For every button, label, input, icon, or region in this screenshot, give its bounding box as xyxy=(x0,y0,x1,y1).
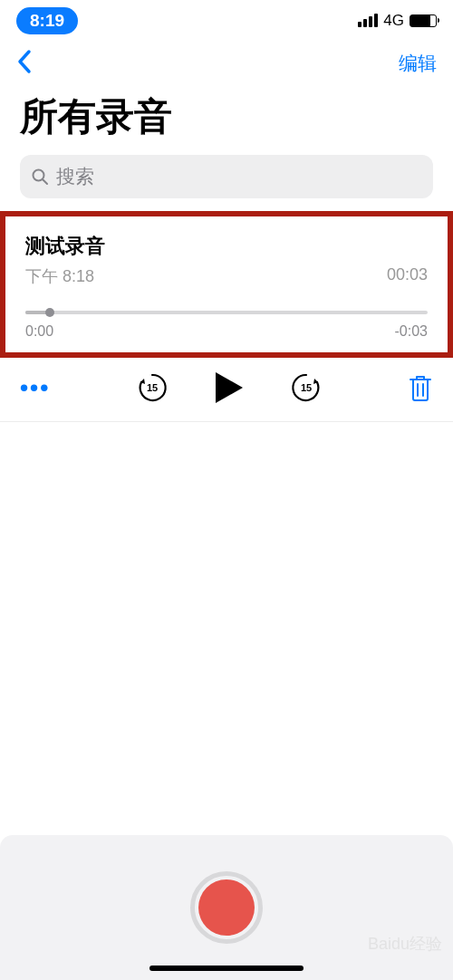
rewind-15-button[interactable]: 15 xyxy=(136,371,169,404)
search-container: 搜索 xyxy=(0,155,453,211)
rewind-15-icon: 15 xyxy=(136,371,169,404)
recording-duration: 00:03 xyxy=(387,265,428,287)
page-title: 所有录音 xyxy=(0,86,453,155)
recording-item[interactable]: 测试录音 下午 8:18 00:03 0:00 -0:03 xyxy=(5,216,448,352)
nav-bar: 编辑 xyxy=(0,41,453,86)
search-icon xyxy=(31,168,49,186)
trash-icon xyxy=(408,373,433,402)
bottom-dock xyxy=(0,835,453,980)
playback-scrubber[interactable] xyxy=(25,311,428,314)
battery-icon xyxy=(410,14,437,27)
status-right: 4G xyxy=(358,12,437,30)
play-button[interactable] xyxy=(214,370,245,405)
watermark: Baidu经验 xyxy=(368,933,442,955)
svg-point-0 xyxy=(34,170,44,181)
remaining-time: -0:03 xyxy=(395,323,428,340)
edit-button[interactable]: 编辑 xyxy=(399,51,437,76)
svg-text:15: 15 xyxy=(147,382,158,393)
status-bar: 8:19 4G xyxy=(0,0,453,41)
highlight-annotation: 测试录音 下午 8:18 00:03 0:00 -0:03 xyxy=(0,211,453,358)
forward-15-button[interactable]: 15 xyxy=(290,371,323,404)
search-placeholder: 搜索 xyxy=(56,164,94,189)
record-button[interactable] xyxy=(190,871,263,944)
more-button[interactable]: ••• xyxy=(20,374,50,402)
search-input[interactable]: 搜索 xyxy=(20,155,433,198)
network-label: 4G xyxy=(383,12,404,30)
svg-text:15: 15 xyxy=(301,382,312,393)
svg-line-1 xyxy=(43,180,48,185)
recording-title: 测试录音 xyxy=(25,233,428,260)
delete-button[interactable] xyxy=(408,373,433,402)
home-indicator[interactable] xyxy=(149,966,304,971)
signal-icon xyxy=(358,14,378,27)
recording-timestamp: 下午 8:18 xyxy=(25,265,94,287)
playback-controls: ••• 15 15 xyxy=(0,358,453,422)
chevron-left-icon xyxy=(16,49,32,74)
status-time: 8:19 xyxy=(16,7,78,34)
back-button[interactable] xyxy=(16,49,32,78)
scrubber-thumb[interactable] xyxy=(45,308,54,317)
record-icon xyxy=(198,879,255,936)
elapsed-time: 0:00 xyxy=(25,323,53,340)
forward-15-icon: 15 xyxy=(290,371,323,404)
play-icon xyxy=(214,370,245,405)
